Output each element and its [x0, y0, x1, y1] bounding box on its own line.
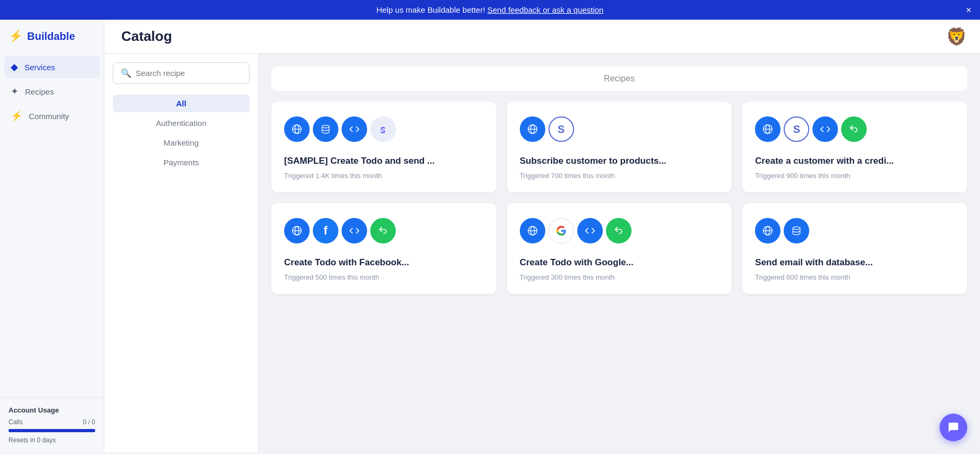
logo-icon: ⚡ — [9, 29, 23, 43]
community-icon: ⚡ — [11, 110, 22, 122]
sidebar-item-label: Community — [29, 112, 69, 121]
svg-rect-4 — [376, 122, 391, 137]
recipe-card[interactable]: [SAMPLE] Create Todo and send ... Trigge… — [271, 102, 496, 192]
sidebar-item-label: Recipes — [25, 87, 54, 96]
code-icon — [577, 218, 603, 243]
recipe-title: Create Todo with Google... — [520, 256, 719, 269]
calls-label: Calls — [9, 418, 23, 426]
filter-item-authentication[interactable]: Authentication — [113, 114, 250, 132]
recipe-icons: S — [755, 116, 954, 142]
page-title: Catalog — [121, 28, 963, 45]
www-icon — [284, 218, 310, 243]
search-input[interactable] — [136, 69, 242, 78]
recipe-card[interactable]: Create Todo with Google... Triggered 300… — [507, 203, 732, 294]
recipe-title: Subscribe customer to products... — [520, 155, 719, 167]
www-icon — [755, 218, 780, 243]
sidebar-item-community[interactable]: ⚡ Community — [4, 105, 99, 127]
www-icon — [755, 116, 780, 142]
stripe-icon — [370, 116, 396, 142]
recipes-grid: [SAMPLE] Create Todo and send ... Trigge… — [271, 102, 967, 294]
filter-item-marketing[interactable]: Marketing — [113, 134, 250, 152]
www-icon — [520, 116, 545, 142]
database-icon — [784, 218, 809, 243]
code-icon — [342, 218, 367, 243]
arrow-icon — [370, 218, 396, 243]
sidebar-item-services[interactable]: ◆ Services — [4, 56, 99, 78]
recipe-title: [SAMPLE] Create Todo and send ... — [284, 155, 484, 167]
recipe-meta: Triggered 600 times this month — [755, 273, 954, 281]
code-icon — [342, 116, 367, 142]
recipes-icon: ✦ — [11, 86, 19, 97]
filter-item-all[interactable]: All — [113, 95, 250, 112]
services-icon: ◆ — [11, 61, 18, 73]
filter-list: All Authentication Marketing Payments — [113, 95, 250, 171]
arrow-icon — [841, 116, 867, 142]
recipes-tab[interactable]: Recipes — [271, 66, 967, 91]
main-header: Catalog 🦁 — [104, 20, 980, 54]
chat-fab-button[interactable] — [940, 414, 967, 441]
banner-text: Help us make Buildable better! — [377, 5, 485, 14]
facebook-icon: f — [313, 218, 338, 243]
usage-bar-background — [9, 429, 95, 432]
recipe-title: Create Todo with Facebook... — [284, 256, 484, 269]
recipe-meta: Triggered 900 times this month — [755, 172, 954, 180]
banner-link[interactable]: Send feedback or ask a question — [487, 5, 603, 14]
logo-text: Buildable — [27, 30, 75, 43]
search-box[interactable]: 🔍 — [113, 62, 250, 84]
recipe-meta: Triggered 700 times this month — [520, 172, 719, 180]
resets-text: Resets in 0 days — [9, 436, 95, 444]
main-body: 🔍 All Authentication Marketing Payments … — [104, 54, 980, 452]
main-content: Catalog 🦁 🔍 All Authentication Marketing… — [104, 20, 980, 452]
arrow-icon — [606, 218, 632, 243]
logo: ⚡ Buildable — [0, 20, 104, 56]
recipe-title: Send email with database... — [755, 256, 954, 269]
sidebar-nav: ◆ Services ✦ Recipes ⚡ Community — [0, 56, 104, 397]
s-icon: S — [549, 116, 574, 142]
top-banner: Help us make Buildable better! Send feed… — [0, 0, 980, 20]
recipe-meta: Triggered 500 times this month — [284, 273, 484, 281]
recipes-panel: Recipes — [259, 54, 980, 452]
banner-close-button[interactable]: × — [966, 4, 971, 15]
filter-item-payments[interactable]: Payments — [113, 154, 250, 171]
search-icon: 🔍 — [121, 68, 131, 78]
calls-value: 0 / 0 — [83, 418, 95, 426]
s-icon: S — [784, 116, 809, 142]
recipes-tab-label: Recipes — [604, 74, 635, 83]
recipe-card[interactable]: f Create Todo with Facebook... Triggered… — [271, 203, 496, 294]
recipe-icons — [520, 218, 719, 243]
recipe-icons: S — [520, 116, 719, 142]
www-icon — [284, 116, 310, 142]
recipe-icons — [755, 218, 954, 243]
account-usage-title: Account Usage — [9, 406, 95, 414]
database-icon — [313, 116, 338, 142]
filter-panel: 🔍 All Authentication Marketing Payments — [104, 54, 259, 452]
sidebar-item-recipes[interactable]: ✦ Recipes — [4, 80, 99, 103]
recipe-card[interactable]: S Subscribe customer to products... Trig… — [507, 102, 732, 192]
usage-bar-fill — [9, 429, 95, 432]
recipe-icons: f — [284, 218, 484, 243]
sidebar-footer: Account Usage Calls 0 / 0 Resets in 0 da… — [0, 397, 104, 452]
www-icon — [520, 218, 545, 243]
recipe-meta: Triggered 1.4K times this month — [284, 172, 484, 180]
code-icon — [812, 116, 838, 142]
recipe-meta: Triggered 300 times this month — [520, 273, 719, 281]
svg-point-3 — [322, 125, 329, 128]
user-avatar: 🦁 — [946, 27, 967, 47]
recipe-card[interactable]: S Create a customer with a credi... Trig… — [742, 102, 967, 192]
sidebar-item-label: Services — [24, 63, 55, 72]
recipe-icons — [284, 116, 484, 142]
svg-point-20 — [793, 226, 800, 229]
sidebar: ⚡ Buildable ◆ Services ✦ Recipes ⚡ Commu… — [0, 20, 104, 452]
recipe-title: Create a customer with a credi... — [755, 155, 954, 167]
recipe-card[interactable]: Send email with database... Triggered 60… — [742, 203, 967, 294]
google-icon — [549, 218, 574, 243]
